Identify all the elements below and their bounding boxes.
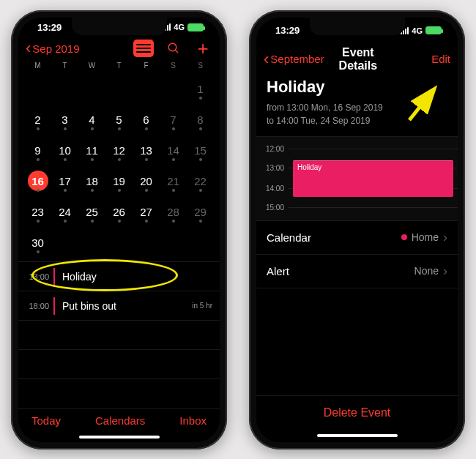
spacer bbox=[256, 288, 458, 395]
day-cell[interactable]: 29 bbox=[187, 197, 214, 226]
search-icon bbox=[167, 42, 180, 55]
event-time: 18:00 bbox=[18, 302, 53, 310]
day-cell[interactable]: 9 bbox=[24, 135, 51, 165]
alert-row[interactable]: Alert None › bbox=[256, 255, 458, 288]
month-grid: 1234567891011121314151617181920212223242… bbox=[18, 74, 220, 262]
day-cell bbox=[24, 74, 51, 103]
empty-row bbox=[18, 350, 220, 379]
day-cell[interactable]: 10 bbox=[51, 135, 78, 165]
event-countdown: in 5 hr bbox=[192, 302, 220, 310]
calendar-screen: 13:29 4G ‹ Sep 2019 + MTWTF bbox=[18, 18, 220, 442]
weekday: S bbox=[160, 61, 187, 70]
day-cell[interactable]: 3 bbox=[51, 105, 78, 134]
timeline[interactable]: 12:0013:00Holiday14:0015:00 bbox=[256, 137, 458, 221]
event-time: 13:00 bbox=[18, 272, 53, 281]
day-cell[interactable]: 7 bbox=[160, 105, 187, 134]
day-cell[interactable]: 22 bbox=[187, 166, 214, 195]
status-right: 4G bbox=[163, 23, 204, 31]
delete-event-button[interactable]: Delete Event bbox=[256, 395, 458, 429]
day-cell[interactable]: 14 bbox=[160, 135, 187, 165]
day-cell[interactable]: 1 bbox=[187, 74, 214, 103]
weekday: T bbox=[105, 61, 133, 70]
alert-value: None bbox=[414, 265, 439, 277]
nav-bar: ‹ Sep 2019 + bbox=[18, 37, 220, 61]
battery-icon bbox=[187, 23, 204, 31]
weekday-row: MTWTFSS bbox=[18, 60, 220, 74]
day-cell bbox=[105, 74, 133, 103]
day-cell bbox=[51, 228, 78, 257]
day-cell[interactable]: 15 bbox=[187, 135, 214, 165]
svg-line-1 bbox=[175, 51, 178, 53]
chevron-right-icon: › bbox=[443, 264, 447, 279]
calendars-button[interactable]: Calendars bbox=[95, 414, 145, 427]
event-to: to 14:00 Tue, 24 Sep 2019 bbox=[267, 114, 447, 127]
inbox-button[interactable]: Inbox bbox=[179, 414, 207, 427]
day-cell[interactable]: 2 bbox=[24, 105, 51, 134]
calendar-color-dot bbox=[401, 234, 407, 240]
search-button[interactable] bbox=[164, 39, 183, 58]
iphone-right: 13:29 4G ‹ September Event Details Edit bbox=[249, 10, 465, 449]
day-cell bbox=[160, 74, 187, 103]
day-cell[interactable]: 17 bbox=[51, 166, 78, 195]
event-title: Put bins out bbox=[62, 300, 192, 312]
day-cell[interactable]: 16 bbox=[24, 166, 51, 195]
calendar-row[interactable]: Calendar Home › bbox=[256, 221, 458, 255]
today-button[interactable]: Today bbox=[31, 414, 61, 427]
chevron-left-icon: ‹ bbox=[264, 51, 269, 67]
event-color-bar bbox=[53, 297, 55, 315]
day-cell[interactable]: 26 bbox=[105, 197, 133, 226]
empty-row bbox=[18, 379, 220, 408]
day-cell[interactable]: 18 bbox=[78, 166, 105, 195]
day-cell[interactable]: 24 bbox=[51, 197, 78, 226]
weekday: M bbox=[24, 61, 51, 70]
day-cell[interactable]: 11 bbox=[78, 135, 105, 165]
view-toggle-button[interactable] bbox=[133, 40, 154, 57]
day-cell[interactable]: 21 bbox=[160, 166, 187, 195]
calendar-label: Calendar bbox=[267, 231, 311, 244]
chevron-right-icon: › bbox=[443, 230, 447, 245]
day-cell bbox=[133, 228, 160, 257]
iphone-left: 13:29 4G ‹ Sep 2019 + MTWTF bbox=[11, 10, 227, 449]
day-cell[interactable]: 20 bbox=[133, 166, 160, 195]
back-button[interactable]: ‹ Sep 2019 bbox=[26, 40, 80, 56]
event-list: 13:00Holiday18:00Put bins outin 5 hr bbox=[18, 262, 220, 408]
day-cell[interactable]: 27 bbox=[133, 197, 160, 226]
bottom-toolbar: Today Calendars Inbox bbox=[18, 408, 220, 432]
day-cell bbox=[51, 74, 78, 103]
alert-label: Alert bbox=[267, 265, 289, 277]
notch bbox=[72, 18, 167, 35]
day-cell[interactable]: 25 bbox=[78, 197, 105, 226]
weekday: S bbox=[187, 61, 214, 70]
day-cell[interactable]: 6 bbox=[133, 105, 160, 134]
day-cell bbox=[105, 228, 133, 257]
event-from: from 13:00 Mon, 16 Sep 2019 bbox=[267, 101, 447, 114]
home-indicator[interactable] bbox=[18, 432, 220, 442]
day-cell[interactable]: 8 bbox=[187, 105, 214, 134]
nav-title: Event Details bbox=[324, 46, 392, 72]
event-row[interactable]: 13:00Holiday bbox=[18, 262, 220, 291]
day-cell bbox=[78, 228, 105, 257]
day-cell[interactable]: 23 bbox=[24, 197, 51, 226]
event-color-bar bbox=[53, 268, 55, 286]
home-indicator[interactable] bbox=[256, 429, 458, 442]
add-event-button[interactable]: + bbox=[193, 39, 212, 58]
network-label: 4G bbox=[412, 26, 423, 35]
day-cell[interactable]: 28 bbox=[160, 197, 187, 226]
back-label: September bbox=[270, 53, 324, 65]
weekday: F bbox=[133, 61, 160, 70]
day-cell[interactable]: 19 bbox=[105, 166, 133, 195]
timeline-event-block[interactable]: Holiday bbox=[293, 160, 453, 197]
day-cell[interactable]: 12 bbox=[105, 135, 133, 165]
event-row[interactable]: 18:00Put bins outin 5 hr bbox=[18, 291, 220, 321]
status-right: 4G bbox=[401, 26, 442, 35]
edit-button[interactable]: Edit bbox=[431, 53, 450, 65]
notch bbox=[310, 18, 405, 35]
status-time: 13:29 bbox=[275, 25, 300, 36]
back-button[interactable]: ‹ September bbox=[264, 51, 324, 67]
day-cell[interactable]: 30 bbox=[24, 228, 51, 257]
day-cell[interactable]: 5 bbox=[105, 105, 133, 134]
day-cell[interactable]: 13 bbox=[133, 135, 160, 165]
day-cell[interactable]: 4 bbox=[78, 105, 105, 134]
event-details-screen: 13:29 4G ‹ September Event Details Edit bbox=[256, 18, 458, 442]
battery-icon bbox=[425, 26, 442, 34]
